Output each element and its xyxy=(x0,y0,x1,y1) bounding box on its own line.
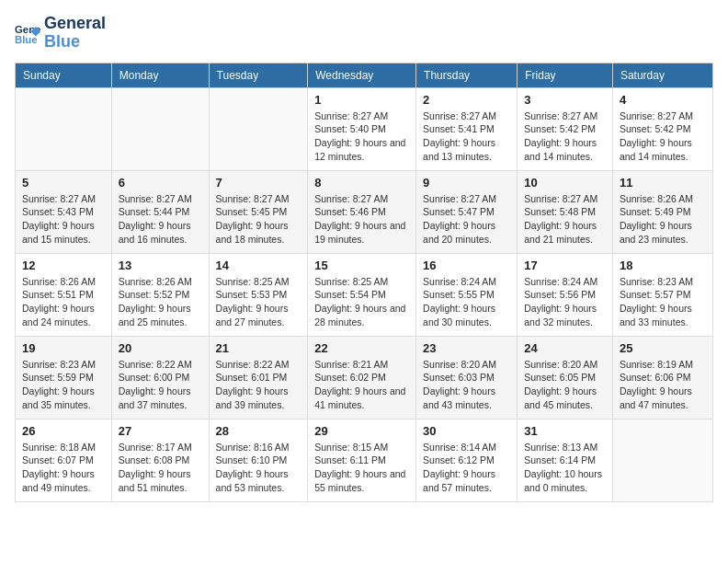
calendar-cell: 23Sunrise: 8:20 AMSunset: 6:03 PMDayligh… xyxy=(416,336,518,419)
page-header: General Blue GeneralBlue xyxy=(15,15,713,52)
day-number: 12 xyxy=(22,259,105,272)
day-info: Sunrise: 8:15 AMSunset: 6:11 PMDaylight:… xyxy=(314,441,409,495)
weekday-header-row: SundayMondayTuesdayWednesdayThursdayFrid… xyxy=(16,63,713,87)
calendar-cell: 24Sunrise: 8:20 AMSunset: 6:05 PMDayligh… xyxy=(518,336,613,419)
day-info: Sunrise: 8:18 AMSunset: 6:07 PMDaylight:… xyxy=(22,441,105,495)
day-info: Sunrise: 8:26 AMSunset: 5:49 PMDaylight:… xyxy=(620,192,706,247)
svg-text:Blue: Blue xyxy=(15,34,38,45)
day-info: Sunrise: 8:27 AMSunset: 5:42 PMDaylight:… xyxy=(620,109,706,164)
day-info: Sunrise: 8:22 AMSunset: 6:01 PMDaylight:… xyxy=(216,358,301,412)
day-info: Sunrise: 8:27 AMSunset: 5:46 PMDaylight:… xyxy=(314,192,409,247)
weekday-header: Wednesday xyxy=(308,63,416,87)
weekday-header: Friday xyxy=(518,63,613,87)
calendar-cell: 2Sunrise: 8:27 AMSunset: 5:41 PMDaylight… xyxy=(416,87,518,170)
day-number: 19 xyxy=(22,341,105,355)
weekday-header: Monday xyxy=(111,63,209,87)
calendar-cell: 30Sunrise: 8:14 AMSunset: 6:12 PMDayligh… xyxy=(416,419,518,501)
calendar-cell: 14Sunrise: 8:25 AMSunset: 5:53 PMDayligh… xyxy=(209,253,308,336)
calendar-cell: 10Sunrise: 8:27 AMSunset: 5:48 PMDayligh… xyxy=(518,170,613,253)
weekday-header: Tuesday xyxy=(209,63,308,87)
calendar-week-row: 5Sunrise: 8:27 AMSunset: 5:43 PMDaylight… xyxy=(16,170,713,253)
calendar-cell: 13Sunrise: 8:26 AMSunset: 5:52 PMDayligh… xyxy=(111,253,209,336)
day-number: 25 xyxy=(620,341,706,355)
calendar-cell xyxy=(16,87,112,170)
day-info: Sunrise: 8:21 AMSunset: 6:02 PMDaylight:… xyxy=(314,358,409,412)
day-info: Sunrise: 8:20 AMSunset: 6:03 PMDaylight:… xyxy=(423,358,510,412)
day-info: Sunrise: 8:17 AMSunset: 6:08 PMDaylight:… xyxy=(119,441,202,495)
calendar-cell: 22Sunrise: 8:21 AMSunset: 6:02 PMDayligh… xyxy=(308,336,416,419)
day-info: Sunrise: 8:27 AMSunset: 5:40 PMDaylight:… xyxy=(314,109,409,164)
calendar-cell: 1Sunrise: 8:27 AMSunset: 5:40 PMDaylight… xyxy=(308,87,416,170)
weekday-header: Thursday xyxy=(416,63,518,87)
calendar-cell: 9Sunrise: 8:27 AMSunset: 5:47 PMDaylight… xyxy=(416,170,518,253)
calendar-cell xyxy=(111,87,209,170)
day-info: Sunrise: 8:16 AMSunset: 6:10 PMDaylight:… xyxy=(216,441,301,495)
day-number: 7 xyxy=(216,176,301,190)
day-info: Sunrise: 8:22 AMSunset: 6:00 PMDaylight:… xyxy=(119,358,202,412)
calendar-cell: 31Sunrise: 8:13 AMSunset: 6:14 PMDayligh… xyxy=(518,419,613,501)
calendar-cell: 17Sunrise: 8:24 AMSunset: 5:56 PMDayligh… xyxy=(518,253,613,336)
calendar-table: SundayMondayTuesdayWednesdayThursdayFrid… xyxy=(15,63,713,502)
calendar-week-row: 12Sunrise: 8:26 AMSunset: 5:51 PMDayligh… xyxy=(16,253,713,336)
calendar-cell: 8Sunrise: 8:27 AMSunset: 5:46 PMDaylight… xyxy=(308,170,416,253)
calendar-cell: 18Sunrise: 8:23 AMSunset: 5:57 PMDayligh… xyxy=(612,253,712,336)
calendar-cell: 20Sunrise: 8:22 AMSunset: 6:00 PMDayligh… xyxy=(111,336,209,419)
weekday-header: Saturday xyxy=(612,63,712,87)
day-number: 5 xyxy=(22,176,105,190)
day-info: Sunrise: 8:25 AMSunset: 5:54 PMDaylight:… xyxy=(314,275,409,329)
calendar-cell: 7Sunrise: 8:27 AMSunset: 5:45 PMDaylight… xyxy=(209,170,308,253)
day-number: 13 xyxy=(119,259,202,272)
calendar-cell: 21Sunrise: 8:22 AMSunset: 6:01 PMDayligh… xyxy=(209,336,308,419)
day-number: 30 xyxy=(423,424,510,438)
day-number: 24 xyxy=(524,341,606,355)
day-info: Sunrise: 8:27 AMSunset: 5:48 PMDaylight:… xyxy=(524,192,606,247)
day-number: 22 xyxy=(314,341,409,355)
day-number: 1 xyxy=(314,93,409,107)
day-number: 27 xyxy=(119,424,202,438)
day-info: Sunrise: 8:26 AMSunset: 5:51 PMDaylight:… xyxy=(22,275,105,329)
day-info: Sunrise: 8:24 AMSunset: 5:55 PMDaylight:… xyxy=(423,275,510,329)
calendar-cell xyxy=(612,419,712,501)
day-number: 28 xyxy=(216,424,301,438)
day-number: 9 xyxy=(423,176,510,190)
day-number: 21 xyxy=(216,341,301,355)
calendar-cell: 27Sunrise: 8:17 AMSunset: 6:08 PMDayligh… xyxy=(111,419,209,501)
day-number: 20 xyxy=(119,341,202,355)
day-info: Sunrise: 8:23 AMSunset: 5:59 PMDaylight:… xyxy=(22,358,105,412)
calendar-cell: 15Sunrise: 8:25 AMSunset: 5:54 PMDayligh… xyxy=(308,253,416,336)
day-number: 10 xyxy=(524,176,606,190)
calendar-cell xyxy=(209,87,308,170)
calendar-cell: 29Sunrise: 8:15 AMSunset: 6:11 PMDayligh… xyxy=(308,419,416,501)
day-info: Sunrise: 8:19 AMSunset: 6:06 PMDaylight:… xyxy=(620,358,706,412)
calendar-cell: 4Sunrise: 8:27 AMSunset: 5:42 PMDaylight… xyxy=(612,87,712,170)
calendar-cell: 19Sunrise: 8:23 AMSunset: 5:59 PMDayligh… xyxy=(16,336,112,419)
calendar-cell: 16Sunrise: 8:24 AMSunset: 5:55 PMDayligh… xyxy=(416,253,518,336)
day-info: Sunrise: 8:27 AMSunset: 5:41 PMDaylight:… xyxy=(423,109,510,164)
day-info: Sunrise: 8:25 AMSunset: 5:53 PMDaylight:… xyxy=(216,275,301,329)
day-number: 17 xyxy=(524,259,606,272)
logo-text: GeneralBlue xyxy=(44,15,106,52)
day-info: Sunrise: 8:13 AMSunset: 6:14 PMDaylight:… xyxy=(524,441,606,495)
day-number: 2 xyxy=(423,93,510,107)
day-number: 16 xyxy=(423,259,510,272)
calendar-week-row: 1Sunrise: 8:27 AMSunset: 5:40 PMDaylight… xyxy=(16,87,713,170)
day-number: 26 xyxy=(22,424,105,438)
calendar-cell: 26Sunrise: 8:18 AMSunset: 6:07 PMDayligh… xyxy=(16,419,112,501)
day-number: 31 xyxy=(524,424,606,438)
day-info: Sunrise: 8:24 AMSunset: 5:56 PMDaylight:… xyxy=(524,275,606,329)
calendar-cell: 3Sunrise: 8:27 AMSunset: 5:42 PMDaylight… xyxy=(518,87,613,170)
day-info: Sunrise: 8:26 AMSunset: 5:52 PMDaylight:… xyxy=(119,275,202,329)
day-number: 23 xyxy=(423,341,510,355)
day-number: 29 xyxy=(314,424,409,438)
logo-icon: General Blue xyxy=(15,20,40,46)
day-info: Sunrise: 8:20 AMSunset: 6:05 PMDaylight:… xyxy=(524,358,606,412)
calendar-week-row: 26Sunrise: 8:18 AMSunset: 6:07 PMDayligh… xyxy=(16,419,713,501)
calendar-cell: 11Sunrise: 8:26 AMSunset: 5:49 PMDayligh… xyxy=(612,170,712,253)
day-number: 18 xyxy=(620,259,706,272)
calendar-cell: 5Sunrise: 8:27 AMSunset: 5:43 PMDaylight… xyxy=(16,170,112,253)
calendar-week-row: 19Sunrise: 8:23 AMSunset: 5:59 PMDayligh… xyxy=(16,336,713,419)
calendar-cell: 12Sunrise: 8:26 AMSunset: 5:51 PMDayligh… xyxy=(16,253,112,336)
day-number: 3 xyxy=(524,93,606,107)
logo: General Blue GeneralBlue xyxy=(15,15,106,52)
day-info: Sunrise: 8:23 AMSunset: 5:57 PMDaylight:… xyxy=(620,275,706,329)
